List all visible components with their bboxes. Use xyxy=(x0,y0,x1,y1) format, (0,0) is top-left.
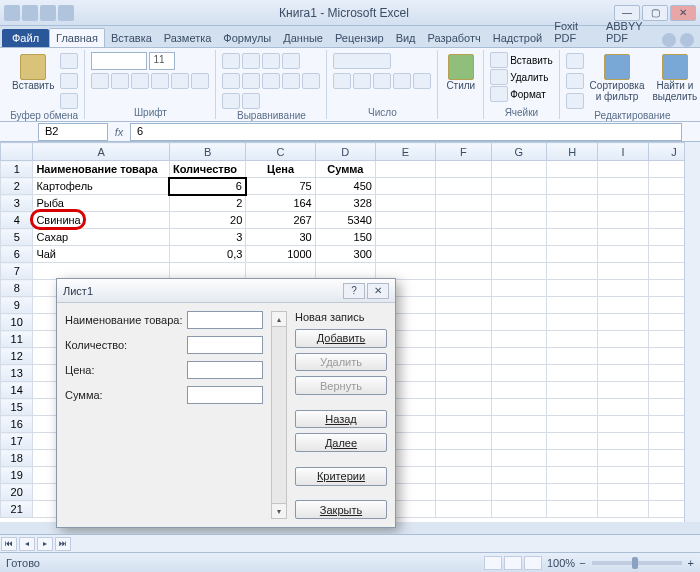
cell-C3[interactable]: 164 xyxy=(246,195,315,212)
cell-F14[interactable] xyxy=(436,382,492,399)
cell-H3[interactable] xyxy=(547,195,598,212)
row-header-1[interactable]: 1 xyxy=(1,161,33,178)
cell-H16[interactable] xyxy=(547,416,598,433)
cell-C1[interactable]: Цена xyxy=(246,161,315,178)
tab-foxit pdf[interactable]: Foxit PDF xyxy=(548,17,600,47)
cell-B5[interactable]: 3 xyxy=(169,229,245,246)
row-header-8[interactable]: 8 xyxy=(1,280,33,297)
cell-I20[interactable] xyxy=(598,484,649,501)
cell-E1[interactable] xyxy=(375,161,435,178)
cell-C2[interactable]: 75 xyxy=(246,178,315,195)
cell-G15[interactable] xyxy=(491,399,547,416)
autosum-icon[interactable] xyxy=(566,53,584,69)
tab-file[interactable]: Файл xyxy=(2,29,49,47)
cell-A6[interactable]: Чай xyxy=(33,246,170,263)
cell-F9[interactable] xyxy=(436,297,492,314)
orientation-icon[interactable] xyxy=(282,53,300,69)
cell-B2[interactable]: 6 xyxy=(169,178,245,195)
col-header-C[interactable]: C xyxy=(246,143,315,161)
cell-B7[interactable] xyxy=(169,263,245,280)
row-header-4[interactable]: 4 xyxy=(1,212,33,229)
cell-F4[interactable] xyxy=(436,212,492,229)
cell-H5[interactable] xyxy=(547,229,598,246)
cell-I1[interactable] xyxy=(598,161,649,178)
font-name-select[interactable] xyxy=(91,52,147,70)
cell-B6[interactable]: 0,3 xyxy=(169,246,245,263)
cell-D6[interactable]: 300 xyxy=(315,246,375,263)
dec-decimal-icon[interactable] xyxy=(413,73,431,89)
cell-F8[interactable] xyxy=(436,280,492,297)
cell-I14[interactable] xyxy=(598,382,649,399)
cell-F13[interactable] xyxy=(436,365,492,382)
col-header-G[interactable]: G xyxy=(491,143,547,161)
cell-G7[interactable] xyxy=(491,263,547,280)
italic-button[interactable] xyxy=(111,73,129,89)
cell-H9[interactable] xyxy=(547,297,598,314)
row-header-7[interactable]: 7 xyxy=(1,263,33,280)
cell-B3[interactable]: 2 xyxy=(169,195,245,212)
cell-F2[interactable] xyxy=(436,178,492,195)
criteria-button[interactable]: Критерии xyxy=(295,467,387,486)
cell-H12[interactable] xyxy=(547,348,598,365)
cell-F12[interactable] xyxy=(436,348,492,365)
cell-G4[interactable] xyxy=(491,212,547,229)
tab-надстрой[interactable]: Надстрой xyxy=(487,29,548,47)
form-input-2[interactable] xyxy=(187,361,263,379)
cell-D4[interactable]: 5340 xyxy=(315,212,375,229)
comma-icon[interactable] xyxy=(373,73,391,89)
cell-D3[interactable]: 328 xyxy=(315,195,375,212)
cell-G9[interactable] xyxy=(491,297,547,314)
underline-button[interactable] xyxy=(131,73,149,89)
cell-G12[interactable] xyxy=(491,348,547,365)
cell-F5[interactable] xyxy=(436,229,492,246)
cell-H17[interactable] xyxy=(547,433,598,450)
next-button[interactable]: Далее xyxy=(295,433,387,452)
cell-A4[interactable]: Свинина xyxy=(33,212,170,229)
border-button[interactable] xyxy=(151,73,169,89)
cell-H4[interactable] xyxy=(547,212,598,229)
zoom-in-icon[interactable]: + xyxy=(688,557,694,569)
cell-A1[interactable]: Наименование товара xyxy=(33,161,170,178)
cell-H20[interactable] xyxy=(547,484,598,501)
add-button[interactable]: Добавить xyxy=(295,329,387,348)
close-button[interactable]: ✕ xyxy=(670,5,696,21)
tab-вставка[interactable]: Вставка xyxy=(105,29,158,47)
align-top-icon[interactable] xyxy=(222,53,240,69)
col-header-B[interactable]: B xyxy=(169,143,245,161)
cell-D7[interactable] xyxy=(315,263,375,280)
cell-F1[interactable] xyxy=(436,161,492,178)
col-header-D[interactable]: D xyxy=(315,143,375,161)
form-input-0[interactable] xyxy=(187,311,263,329)
font-size-select[interactable]: 11 xyxy=(149,52,175,70)
number-format-select[interactable] xyxy=(333,53,391,69)
row-header-19[interactable]: 19 xyxy=(1,467,33,484)
cell-D5[interactable]: 150 xyxy=(315,229,375,246)
styles-button[interactable]: Стили xyxy=(444,52,477,94)
cell-G3[interactable] xyxy=(491,195,547,212)
indent-inc-icon[interactable] xyxy=(302,73,320,89)
clear-icon[interactable] xyxy=(566,93,584,109)
align-middle-icon[interactable] xyxy=(242,53,260,69)
cell-G6[interactable] xyxy=(491,246,547,263)
cell-I15[interactable] xyxy=(598,399,649,416)
cell-G8[interactable] xyxy=(491,280,547,297)
qat-undo-icon[interactable] xyxy=(40,5,56,21)
cell-B4[interactable]: 20 xyxy=(169,212,245,229)
font-color-button[interactable] xyxy=(191,73,209,89)
close-form-button[interactable]: Закрыть xyxy=(295,500,387,519)
currency-icon[interactable] xyxy=(333,73,351,89)
cell-I4[interactable] xyxy=(598,212,649,229)
align-bottom-icon[interactable] xyxy=(262,53,280,69)
row-header-15[interactable]: 15 xyxy=(1,399,33,416)
cell-F10[interactable] xyxy=(436,314,492,331)
fx-icon[interactable]: fx xyxy=(110,126,128,138)
name-box[interactable]: B2 xyxy=(38,123,108,141)
percent-icon[interactable] xyxy=(353,73,371,89)
cell-I21[interactable] xyxy=(598,501,649,518)
cell-A5[interactable]: Сахар xyxy=(33,229,170,246)
align-left-icon[interactable] xyxy=(222,73,240,89)
cell-B1[interactable]: Количество xyxy=(169,161,245,178)
cell-E2[interactable] xyxy=(375,178,435,195)
col-header-H[interactable]: H xyxy=(547,143,598,161)
cell-E4[interactable] xyxy=(375,212,435,229)
